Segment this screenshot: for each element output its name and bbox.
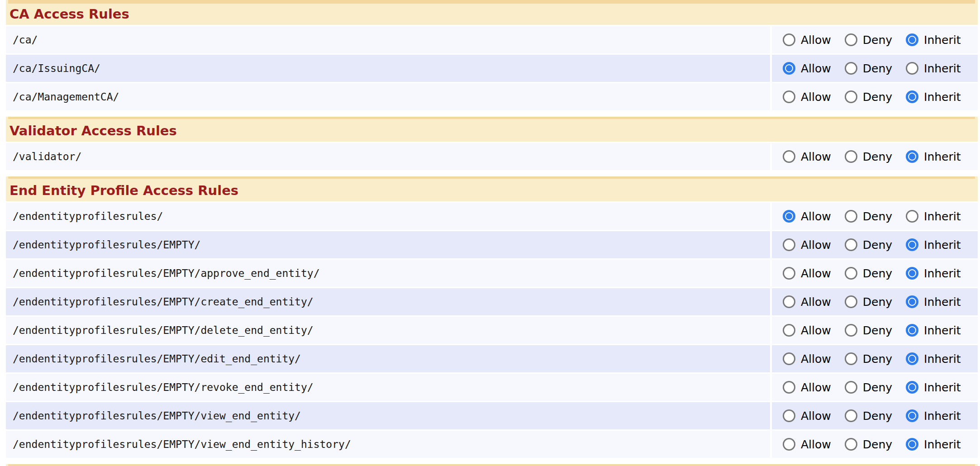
inherit-option[interactable]: Inherit xyxy=(906,409,961,423)
inherit-label[interactable]: Inherit xyxy=(924,352,961,366)
deny-option[interactable]: Deny xyxy=(845,267,892,280)
allow-label[interactable]: Allow xyxy=(801,210,831,223)
inherit-label[interactable]: Inherit xyxy=(924,150,961,163)
inherit-label[interactable]: Inherit xyxy=(924,381,961,394)
deny-option[interactable]: Deny xyxy=(845,438,892,451)
deny-option[interactable]: Deny xyxy=(845,352,892,366)
radio-button-deny[interactable] xyxy=(845,409,857,422)
deny-option[interactable]: Deny xyxy=(845,210,892,223)
deny-option[interactable]: Deny xyxy=(845,238,892,252)
radio-button-deny[interactable] xyxy=(845,438,857,451)
deny-option[interactable]: Deny xyxy=(845,409,892,423)
inherit-option[interactable]: Inherit xyxy=(906,267,961,280)
radio-button-inherit[interactable] xyxy=(906,438,918,451)
inherit-label[interactable]: Inherit xyxy=(924,324,961,337)
radio-button-deny[interactable] xyxy=(845,33,857,46)
inherit-option[interactable]: Inherit xyxy=(906,324,961,337)
deny-option[interactable]: Deny xyxy=(845,150,892,163)
inherit-label[interactable]: Inherit xyxy=(924,62,961,75)
allow-label[interactable]: Allow xyxy=(801,352,831,366)
allow-option[interactable]: Allow xyxy=(783,238,831,252)
allow-option[interactable]: Allow xyxy=(783,90,831,104)
allow-label[interactable]: Allow xyxy=(801,409,831,423)
radio-button-deny[interactable] xyxy=(845,381,857,394)
deny-option[interactable]: Deny xyxy=(845,62,892,75)
deny-label[interactable]: Deny xyxy=(863,295,892,309)
allow-option[interactable]: Allow xyxy=(783,210,831,223)
allow-option[interactable]: Allow xyxy=(783,438,831,451)
allow-label[interactable]: Allow xyxy=(801,324,831,337)
allow-label[interactable]: Allow xyxy=(801,438,831,451)
radio-button-allow[interactable] xyxy=(783,267,795,280)
inherit-option[interactable]: Inherit xyxy=(906,90,961,104)
radio-button-allow[interactable] xyxy=(783,438,795,451)
allow-option[interactable]: Allow xyxy=(783,409,831,423)
allow-label[interactable]: Allow xyxy=(801,267,831,280)
allow-option[interactable]: Allow xyxy=(783,324,831,337)
deny-label[interactable]: Deny xyxy=(863,324,892,337)
allow-label[interactable]: Allow xyxy=(801,33,831,47)
radio-button-inherit[interactable] xyxy=(906,90,918,103)
allow-label[interactable]: Allow xyxy=(801,381,831,394)
radio-button-inherit[interactable] xyxy=(906,295,918,308)
radio-button-deny[interactable] xyxy=(845,150,857,163)
deny-label[interactable]: Deny xyxy=(863,409,892,423)
inherit-label[interactable]: Inherit xyxy=(924,90,961,104)
radio-button-allow[interactable] xyxy=(783,33,795,46)
radio-button-deny[interactable] xyxy=(845,90,857,103)
inherit-option[interactable]: Inherit xyxy=(906,210,961,223)
deny-label[interactable]: Deny xyxy=(863,90,892,104)
radio-button-inherit[interactable] xyxy=(906,324,918,337)
radio-button-allow[interactable] xyxy=(783,381,795,394)
radio-button-allow[interactable] xyxy=(783,150,795,163)
inherit-option[interactable]: Inherit xyxy=(906,238,961,252)
radio-button-inherit[interactable] xyxy=(906,409,918,422)
allow-label[interactable]: Allow xyxy=(801,62,831,75)
allow-option[interactable]: Allow xyxy=(783,295,831,309)
deny-label[interactable]: Deny xyxy=(863,438,892,451)
radio-button-allow[interactable] xyxy=(783,352,795,365)
radio-button-deny[interactable] xyxy=(845,62,857,75)
deny-option[interactable]: Deny xyxy=(845,33,892,47)
deny-label[interactable]: Deny xyxy=(863,381,892,394)
deny-label[interactable]: Deny xyxy=(863,210,892,223)
allow-option[interactable]: Allow xyxy=(783,381,831,394)
deny-option[interactable]: Deny xyxy=(845,295,892,309)
inherit-label[interactable]: Inherit xyxy=(924,267,961,280)
allow-label[interactable]: Allow xyxy=(801,90,831,104)
deny-label[interactable]: Deny xyxy=(863,33,892,47)
radio-button-deny[interactable] xyxy=(845,324,857,337)
inherit-option[interactable]: Inherit xyxy=(906,352,961,366)
radio-button-deny[interactable] xyxy=(845,295,857,308)
radio-button-deny[interactable] xyxy=(845,210,857,223)
radio-button-inherit[interactable] xyxy=(906,62,918,75)
deny-label[interactable]: Deny xyxy=(863,267,892,280)
radio-button-inherit[interactable] xyxy=(906,150,918,163)
allow-label[interactable]: Allow xyxy=(801,238,831,252)
inherit-label[interactable]: Inherit xyxy=(924,210,961,223)
allow-option[interactable]: Allow xyxy=(783,150,831,163)
inherit-option[interactable]: Inherit xyxy=(906,62,961,75)
inherit-label[interactable]: Inherit xyxy=(924,409,961,423)
radio-button-deny[interactable] xyxy=(845,267,857,280)
allow-option[interactable]: Allow xyxy=(783,33,831,47)
radio-button-allow[interactable] xyxy=(783,62,795,75)
radio-button-allow[interactable] xyxy=(783,238,795,251)
radio-button-allow[interactable] xyxy=(783,409,795,422)
allow-option[interactable]: Allow xyxy=(783,267,831,280)
inherit-option[interactable]: Inherit xyxy=(906,33,961,47)
inherit-option[interactable]: Inherit xyxy=(906,381,961,394)
deny-label[interactable]: Deny xyxy=(863,62,892,75)
allow-option[interactable]: Allow xyxy=(783,352,831,366)
deny-option[interactable]: Deny xyxy=(845,324,892,337)
inherit-label[interactable]: Inherit xyxy=(924,295,961,309)
radio-button-allow[interactable] xyxy=(783,295,795,308)
inherit-label[interactable]: Inherit xyxy=(924,33,961,47)
allow-label[interactable]: Allow xyxy=(801,150,831,163)
radio-button-inherit[interactable] xyxy=(906,267,918,280)
deny-label[interactable]: Deny xyxy=(863,352,892,366)
radio-button-allow[interactable] xyxy=(783,210,795,223)
radio-button-deny[interactable] xyxy=(845,352,857,365)
deny-option[interactable]: Deny xyxy=(845,90,892,104)
inherit-label[interactable]: Inherit xyxy=(924,438,961,451)
